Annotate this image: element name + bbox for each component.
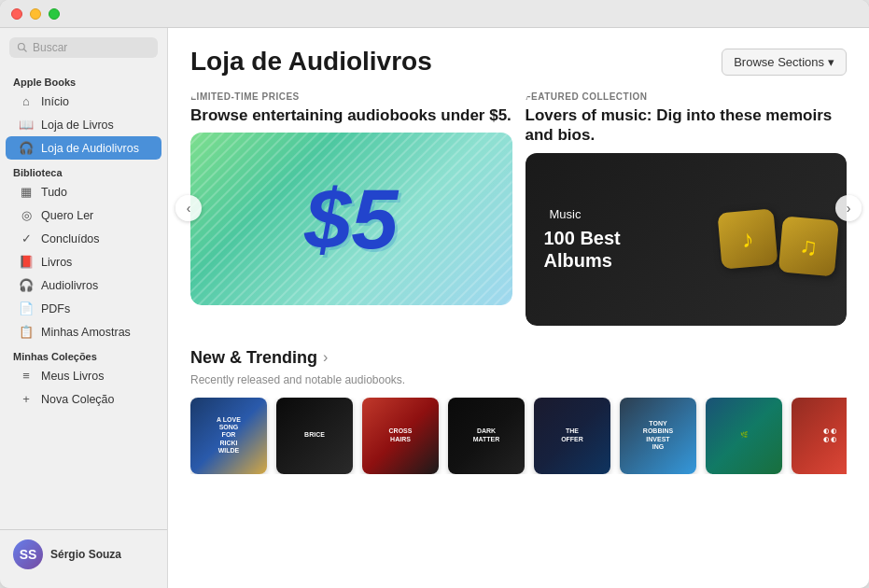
music-notes: ♪ ♫ [720, 211, 837, 267]
close-button[interactable] [11, 8, 22, 20]
hero-card-featured[interactable]: FEATURED COLLECTION Lovers of music: Dig… [526, 91, 848, 326]
book-text-7: 🌿 [740, 431, 749, 439]
book-text-4: DARKMATTER [473, 427, 500, 443]
book-cover-5[interactable]: THEOFFER [534, 398, 610, 474]
sidebar-item-tudo[interactable]: ▦ Tudo [6, 180, 161, 203]
fullscreen-button[interactable] [49, 8, 60, 20]
sidebar: Buscar Apple Books ⌂ Início 📖 Loja de Li… [0, 28, 168, 588]
book-cover-6[interactable]: TONYROBBINSINVESTING [620, 398, 696, 474]
book-text-6: TONYROBBINSINVESTING [643, 420, 673, 452]
note-card-2: ♫ [778, 216, 839, 276]
list-icon: ≡ [19, 369, 34, 383]
note-card-1: ♪ [717, 208, 778, 269]
book-icon: 📖 [19, 118, 34, 132]
new-trending-section: New & Trending › Recently released and n… [190, 348, 847, 474]
sidebar-item-amostras[interactable]: 📋 Minhas Amostras [6, 320, 161, 343]
minimize-button[interactable] [30, 8, 41, 20]
hero-label-2: FEATURED COLLECTION [526, 91, 848, 102]
apple-music-logo: Music [544, 207, 621, 221]
sidebar-item-pdfs[interactable]: 📄 PDFs [6, 297, 161, 320]
page-header: Loja de Audiolivros Browse Sections ▾ [190, 47, 847, 77]
hero-label-1: LIMITED-TIME PRICES [190, 91, 512, 102]
book-cover-2[interactable]: BRICE [276, 398, 353, 474]
sidebar-label-meus-livros: Meus Livros [41, 370, 104, 383]
svg-line-1 [24, 49, 27, 52]
plus-icon: + [19, 392, 34, 406]
carousel-left-arrow[interactable]: ‹ [175, 195, 202, 221]
book2-icon: 📕 [19, 255, 34, 269]
browse-sections-label: Browse Sections [734, 55, 824, 69]
hero-carousel: ‹ LIMITED-TIME PRICES Browse entertainin… [190, 91, 847, 326]
hero-image-green: $5 [190, 133, 512, 305]
hero-title-1: Browse entertaining audiobooks under $5. [190, 105, 512, 125]
sidebar-item-concluidos[interactable]: ✓ Concluídos [6, 227, 161, 250]
sidebar-item-nova-colecao[interactable]: + Nova Coleção [6, 387, 161, 411]
sidebar-item-meus-livros[interactable]: ≡ Meus Livros [6, 364, 161, 387]
left-arrow-icon: ‹ [187, 201, 191, 216]
headphone-icon: 🎧 [19, 141, 34, 155]
sidebar-label-nova-colecao: Nova Coleção [41, 393, 115, 406]
sidebar-label-livros: Livros [41, 256, 72, 269]
search-icon [17, 42, 28, 53]
sidebar-label-loja-livros: Loja de Livros [41, 119, 114, 132]
book-text-5: THEOFFER [561, 427, 583, 443]
section-title: New & Trending [190, 348, 317, 368]
headphone2-icon: 🎧 [19, 278, 34, 292]
search-placeholder: Buscar [33, 41, 67, 54]
apple-music-label: Music [550, 207, 582, 221]
sidebar-section-apple-books: Apple Books [0, 73, 167, 90]
right-arrow-icon: › [847, 201, 851, 216]
main-content: Loja de Audiolivros Browse Sections ▾ ‹ … [168, 28, 869, 588]
search-container: Buscar [0, 37, 167, 69]
sidebar-label-pdfs: PDFs [41, 302, 70, 315]
books-row: A LoveSongforRickiWilde BRICE CROSSHAIRS [190, 398, 847, 474]
search-box[interactable]: Buscar [9, 37, 158, 58]
sidebar-label-quero-ler: Quero Ler [41, 209, 93, 222]
hero-card-limited-time[interactable]: LIMITED-TIME PRICES Browse entertaining … [190, 91, 512, 305]
carousel-right-arrow[interactable]: › [835, 195, 862, 221]
profile-name: Sérgio Souza [50, 548, 121, 561]
titlebar [0, 0, 869, 28]
sidebar-item-quero-ler[interactable]: ◎ Quero Ler [6, 203, 161, 227]
sidebar-item-audiolivros[interactable]: 🎧 Audiolivros [6, 273, 161, 297]
music-banner-text: Music 100 BestAlbums [544, 207, 621, 272]
sidebar-item-livros[interactable]: 📕 Livros [6, 250, 161, 273]
album-title: 100 BestAlbums [544, 227, 621, 272]
user-profile[interactable]: SS Sérgio Souza [0, 529, 167, 579]
book-text-3: CROSSHAIRS [389, 427, 413, 443]
book-cover-4[interactable]: DARKMATTER [448, 398, 525, 474]
hero-image-dark: Music 100 BestAlbums ♪ ♫ [526, 153, 848, 326]
circle-icon: ◎ [19, 208, 34, 222]
browse-sections-button[interactable]: Browse Sections ▾ [722, 49, 847, 76]
hero-title-2: Lovers of music: Dig into these memoirs … [526, 105, 848, 146]
sidebar-label-loja-audiolivros: Loja de Audiolivros [41, 142, 139, 155]
home-icon: ⌂ [19, 94, 34, 108]
sidebar-label-amostras: Minhas Amostras [41, 326, 131, 339]
section-arrow-icon: › [323, 349, 328, 366]
app-window: Buscar Apple Books ⌂ Início 📖 Loja de Li… [0, 0, 869, 588]
avatar: SS [13, 539, 43, 569]
check-icon: ✓ [19, 231, 34, 245]
book-cover-8[interactable]: ◐ ◐◐ ◐ [792, 398, 847, 474]
sidebar-label-concluidos: Concluídos [41, 232, 100, 245]
sidebar-section-biblioteca: Biblioteca [0, 163, 167, 180]
sidebar-section-colecoes: Minhas Coleções [0, 347, 167, 364]
book-text-1: A LoveSongforRickiWilde [217, 416, 241, 455]
section-subtitle: Recently released and notable audiobooks… [190, 373, 847, 386]
pdf-icon: 📄 [19, 301, 34, 315]
section-header: New & Trending › [190, 348, 847, 368]
book-text-2: BRICE [304, 431, 325, 439]
sidebar-item-loja-audiolivros[interactable]: 🎧 Loja de Audiolivros [6, 136, 161, 160]
chevron-down-icon: ▾ [828, 55, 834, 69]
book-text-8: ◐ ◐◐ ◐ [823, 427, 836, 443]
app-body: Buscar Apple Books ⌂ Início 📖 Loja de Li… [0, 28, 869, 588]
book-cover-7[interactable]: 🌿 [706, 398, 782, 474]
book-cover-3[interactable]: CROSSHAIRS [362, 398, 439, 474]
dollar5-display: $5 [304, 177, 398, 261]
sidebar-item-loja-livros[interactable]: 📖 Loja de Livros [6, 113, 161, 136]
sidebar-label-inicio: Início [41, 95, 69, 108]
sidebar-label-tudo: Tudo [41, 186, 67, 199]
clipboard-icon: 📋 [19, 325, 34, 339]
sidebar-item-inicio[interactable]: ⌂ Início [6, 90, 161, 113]
book-cover-1[interactable]: A LoveSongforRickiWilde [190, 398, 267, 474]
